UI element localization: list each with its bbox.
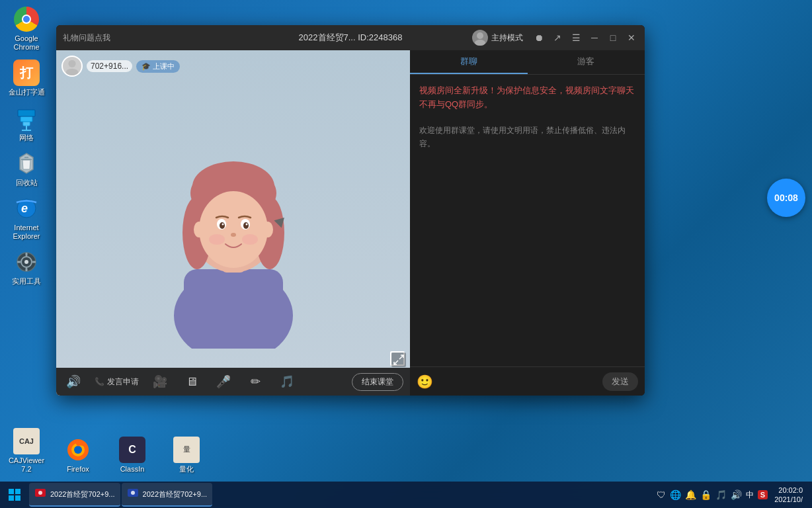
svg-point-33 xyxy=(243,222,249,229)
desktop-icon-firefox[interactable]: Firefox xyxy=(54,434,102,476)
svg-rect-14 xyxy=(26,268,28,271)
emoji-button[interactable]: 🙂 xyxy=(417,374,433,390)
tab-guest[interactable]: 游客 xyxy=(528,50,645,74)
chat-tabs: 群聊 游客 xyxy=(410,50,645,75)
menu-button[interactable]: ☰ xyxy=(569,31,583,44)
desktop-icon-lianghua[interactable]: 量 量化 xyxy=(163,434,210,476)
tab-group-chat[interactable]: 群聊 xyxy=(410,50,528,74)
desktop-icon-tools[interactable]: 实用工具 xyxy=(3,246,50,288)
record-button[interactable]: ⏺ xyxy=(532,31,546,44)
svg-rect-16 xyxy=(32,261,36,263)
restore-button[interactable]: □ xyxy=(606,31,620,44)
caj-label: CAJViewer 7.2 xyxy=(5,456,48,474)
lianghua-label: 量化 xyxy=(179,465,194,474)
desktop-icon-jinshan[interactable]: 打 金山打字通 xyxy=(3,57,50,99)
chat-input-field[interactable] xyxy=(438,376,597,386)
svg-point-36 xyxy=(231,233,236,237)
desktop-icon-chrome[interactable]: Google Chrome xyxy=(3,3,50,54)
desktop-icon-recycle[interactable]: 回收站 xyxy=(3,148,50,190)
send-button[interactable]: 发送 xyxy=(602,372,638,391)
svg-point-39 xyxy=(209,234,225,245)
start-button[interactable] xyxy=(3,483,26,507)
phone-icon: 📞 xyxy=(95,377,104,386)
window-body: 702+916... 🎓 上课中 xyxy=(56,50,645,396)
system-tray: 🛡 🌐 🔔 🔒 🎵 🔊 中 S 20:02:0 2021/10/ xyxy=(657,486,809,505)
desktop-icon-caj[interactable]: CAJ CAJViewer 7.2 xyxy=(3,425,50,476)
svg-point-34 xyxy=(222,224,223,226)
taskbar-label-2: 2022首经贸702+9... xyxy=(143,489,208,499)
minimize-button[interactable]: ─ xyxy=(588,31,601,44)
chat-input-area: 🙂 发送 xyxy=(410,366,645,396)
svg-point-52 xyxy=(38,491,42,495)
video-panel: 702+916... 🎓 上课中 xyxy=(56,50,410,396)
taskbar-label-1: 2022首经贸702+9... xyxy=(50,489,115,499)
clock[interactable]: 20:02:0 2021/10/ xyxy=(772,486,805,505)
music-button[interactable]: 🎵 xyxy=(276,371,298,392)
edit-button[interactable]: ✏ xyxy=(245,371,266,392)
taskbar-icon-1 xyxy=(34,488,46,500)
screen-share-button[interactable]: 🖥 xyxy=(181,371,202,392)
speak-label: 发言申请 xyxy=(107,376,139,388)
badge-icon: 🎓 xyxy=(142,62,151,71)
network-label: 网络 xyxy=(19,134,34,142)
clock-date: 2021/10/ xyxy=(774,495,803,504)
desktop: Google Chrome 打 金山打字通 网络 xyxy=(0,0,812,508)
tray-volume[interactable]: 🔊 xyxy=(731,489,742,500)
svg-point-32 xyxy=(220,222,225,229)
chat-messages[interactable]: 视频房间全新升级！为保护信息安全，视频房间文字聊天不再与QQ群同步。 欢迎使用群… xyxy=(410,75,645,366)
taskbar-icon-2 xyxy=(127,488,139,500)
svg-point-20 xyxy=(66,69,79,76)
desktop-icon-classin[interactable]: C ClassIn xyxy=(108,434,156,476)
svg-point-19 xyxy=(68,60,75,67)
taskbar: 2022首经贸702+9... 2022首经贸702+9... 🛡 🌐 🔔 🔒 … xyxy=(0,482,812,508)
camera-button[interactable]: 🎥 xyxy=(149,371,171,392)
chat-panel: 群聊 游客 视频房间全新升级！为保护信息安全，视频房间文字聊天不再与QQ群同步。… xyxy=(410,50,645,396)
system-notice: 视频房间全新升级！为保护信息安全，视频房间文字聊天不再与QQ群同步。 xyxy=(419,84,635,112)
clock-time: 20:02:0 xyxy=(774,486,803,495)
speak-request-button[interactable]: 📞 发言申请 xyxy=(95,376,139,388)
taskbar-item-1[interactable]: 2022首经贸702+9... xyxy=(29,483,120,507)
svg-rect-2 xyxy=(18,110,35,116)
svg-rect-48 xyxy=(15,489,20,494)
desktop-icon-ie[interactable]: e Internet Explorer xyxy=(3,192,50,243)
mic-button[interactable]: 🎤 xyxy=(213,371,234,392)
classin-label: ClassIn xyxy=(120,465,145,474)
svg-rect-13 xyxy=(26,253,28,256)
tray-network[interactable]: 🌐 xyxy=(670,489,681,500)
tray-s[interactable]: S xyxy=(758,490,768,499)
close-button[interactable]: ✕ xyxy=(625,31,638,44)
welcome-message: 欢迎使用群课堂，请使用文明用语，禁止传播低俗、违法内容。 xyxy=(419,124,635,151)
end-class-button[interactable]: 结束课堂 xyxy=(352,373,403,391)
tray-bell[interactable]: 🔔 xyxy=(685,489,696,500)
video-toolbar: 🔊 📞 发言申请 🎥 🖥 🎤 ✏ 🎵 结束课堂 xyxy=(56,368,410,396)
tray-key[interactable]: 🔒 xyxy=(700,489,711,500)
svg-point-46 xyxy=(74,446,82,454)
svg-point-18 xyxy=(475,40,485,46)
gift-label: 礼物问题点我 xyxy=(63,32,110,44)
corner-expand-icon[interactable] xyxy=(390,351,405,366)
tray-input-method[interactable]: 中 xyxy=(746,489,754,501)
svg-point-40 xyxy=(242,234,258,245)
tray-shield[interactable]: 🛡 xyxy=(657,489,666,500)
app-window: 礼物问题点我 2022首经贸7... ID:2248368 主持模式 ⏺ ↗ ☰ xyxy=(56,25,645,396)
jinshan-label: 金山打字通 xyxy=(9,88,45,97)
desktop-icon-network[interactable]: 网络 xyxy=(3,103,50,145)
tray-music[interactable]: 🎵 xyxy=(715,489,727,500)
class-badge: 🎓 上课中 xyxy=(136,60,180,73)
svg-point-54 xyxy=(131,491,135,495)
firefox-label: Firefox xyxy=(67,465,89,474)
desktop-icons: Google Chrome 打 金山打字通 网络 xyxy=(0,0,53,482)
taskbar-item-2[interactable]: 2022首经贸702+9... xyxy=(122,483,213,507)
svg-rect-47 xyxy=(9,489,14,494)
user-avatar xyxy=(61,56,83,77)
timer-circle: 00:08 xyxy=(767,179,805,217)
user-bar: 702+916... 🎓 上课中 xyxy=(61,56,180,77)
host-mode-button[interactable]: 主持模式 xyxy=(468,28,527,48)
svg-text:e: e xyxy=(21,202,28,215)
volume-button[interactable]: 🔊 xyxy=(63,371,84,392)
window-title: 2022首经贸7... ID:2248368 xyxy=(299,32,403,44)
svg-point-17 xyxy=(477,32,483,39)
tools-label: 实用工具 xyxy=(12,277,41,286)
badge-text: 上课中 xyxy=(153,62,175,71)
share-button[interactable]: ↗ xyxy=(551,31,564,44)
